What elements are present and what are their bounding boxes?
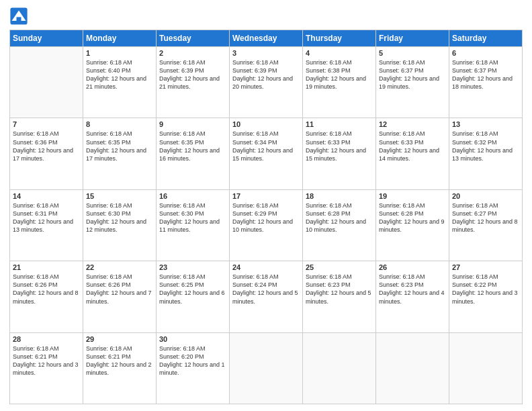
weekday-header-sunday: Sunday [10,30,83,47]
calendar-cell [10,47,83,118]
day-number: 30 [159,335,226,343]
day-info: Sunrise: 6:18 AM Sunset: 6:29 PM Dayligh… [232,201,300,234]
day-number: 12 [379,120,446,128]
calendar-cell: 11 Sunrise: 6:18 AM Sunset: 6:33 PM Dayl… [303,118,376,189]
calendar-cell: 16 Sunrise: 6:18 AM Sunset: 6:30 PM Dayl… [157,189,230,261]
calendar-cell: 8 Sunrise: 6:18 AM Sunset: 6:35 PM Dayli… [83,118,157,189]
calendar-cell: 9 Sunrise: 6:18 AM Sunset: 6:35 PM Dayli… [157,118,230,189]
calendar-cell [303,332,376,404]
day-number: 28 [13,335,80,343]
day-info: Sunrise: 6:18 AM Sunset: 6:35 PM Dayligh… [86,130,153,163]
calendar-cell: 24 Sunrise: 6:18 AM Sunset: 6:24 PM Dayl… [230,261,303,332]
calendar-cell: 1 Sunrise: 6:18 AM Sunset: 6:40 PM Dayli… [83,47,157,118]
day-info: Sunrise: 6:18 AM Sunset: 6:35 PM Dayligh… [159,130,226,163]
calendar-week-3: 14 Sunrise: 6:18 AM Sunset: 6:31 PM Dayl… [10,189,523,261]
header [9,7,523,26]
day-number: 4 [306,49,373,57]
day-number: 13 [452,120,519,128]
day-info: Sunrise: 6:18 AM Sunset: 6:25 PM Dayligh… [159,273,226,306]
day-number: 2 [159,49,226,57]
day-info: Sunrise: 6:18 AM Sunset: 6:33 PM Dayligh… [379,130,446,163]
day-number: 7 [13,120,80,128]
day-number: 25 [306,263,373,271]
day-number: 16 [159,192,226,200]
calendar-cell: 28 Sunrise: 6:18 AM Sunset: 6:21 PM Dayl… [10,332,83,404]
day-info: Sunrise: 6:18 AM Sunset: 6:20 PM Dayligh… [159,345,226,377]
calendar-cell: 26 Sunrise: 6:18 AM Sunset: 6:23 PM Dayl… [376,261,449,332]
day-number: 9 [159,120,226,128]
page: SundayMondayTuesdayWednesdayThursdayFrid… [0,0,532,411]
day-number: 22 [86,263,153,271]
calendar-cell: 18 Sunrise: 6:18 AM Sunset: 6:28 PM Dayl… [303,189,376,261]
day-number: 23 [159,263,226,271]
svg-rect-2 [17,17,21,21]
calendar-week-5: 28 Sunrise: 6:18 AM Sunset: 6:21 PM Dayl… [10,332,523,404]
weekday-header-wednesday: Wednesday [230,30,303,47]
weekday-header-monday: Monday [83,30,157,47]
calendar-cell: 13 Sunrise: 6:18 AM Sunset: 6:32 PM Dayl… [449,118,523,189]
calendar-week-1: 1 Sunrise: 6:18 AM Sunset: 6:40 PM Dayli… [10,47,523,118]
day-number: 26 [379,263,446,271]
day-info: Sunrise: 6:18 AM Sunset: 6:26 PM Dayligh… [86,273,153,306]
calendar-cell: 22 Sunrise: 6:18 AM Sunset: 6:26 PM Dayl… [83,261,157,332]
day-info: Sunrise: 6:18 AM Sunset: 6:40 PM Dayligh… [86,58,153,91]
day-info: Sunrise: 6:18 AM Sunset: 6:28 PM Dayligh… [306,201,373,234]
logo-icon [9,7,28,26]
calendar-cell: 7 Sunrise: 6:18 AM Sunset: 6:36 PM Dayli… [10,118,83,189]
calendar-cell: 19 Sunrise: 6:18 AM Sunset: 6:28 PM Dayl… [376,189,449,261]
calendar-cell: 23 Sunrise: 6:18 AM Sunset: 6:25 PM Dayl… [157,261,230,332]
calendar-cell: 3 Sunrise: 6:18 AM Sunset: 6:39 PM Dayli… [230,47,303,118]
day-number: 3 [232,49,300,57]
day-info: Sunrise: 6:18 AM Sunset: 6:27 PM Dayligh… [452,201,519,234]
calendar-cell: 17 Sunrise: 6:18 AM Sunset: 6:29 PM Dayl… [230,189,303,261]
calendar-cell: 12 Sunrise: 6:18 AM Sunset: 6:33 PM Dayl… [376,118,449,189]
calendar-cell [449,332,523,404]
day-info: Sunrise: 6:18 AM Sunset: 6:26 PM Dayligh… [13,273,80,306]
day-number: 21 [13,263,80,271]
day-info: Sunrise: 6:18 AM Sunset: 6:30 PM Dayligh… [86,201,153,234]
calendar-header-row: SundayMondayTuesdayWednesdayThursdayFrid… [10,30,523,47]
day-info: Sunrise: 6:18 AM Sunset: 6:38 PM Dayligh… [306,58,373,91]
day-number: 15 [86,192,153,200]
weekday-header-friday: Friday [376,30,449,47]
day-number: 1 [86,49,153,57]
day-number: 8 [86,120,153,128]
day-number: 27 [452,263,519,271]
calendar-cell: 10 Sunrise: 6:18 AM Sunset: 6:34 PM Dayl… [230,118,303,189]
weekday-header-saturday: Saturday [449,30,523,47]
day-number: 10 [232,120,300,128]
day-number: 14 [13,192,80,200]
calendar-cell [230,332,303,404]
day-info: Sunrise: 6:18 AM Sunset: 6:23 PM Dayligh… [306,273,373,306]
day-number: 20 [452,192,519,200]
day-info: Sunrise: 6:18 AM Sunset: 6:37 PM Dayligh… [452,58,519,91]
calendar-cell: 21 Sunrise: 6:18 AM Sunset: 6:26 PM Dayl… [10,261,83,332]
day-number: 6 [452,49,519,57]
day-info: Sunrise: 6:18 AM Sunset: 6:22 PM Dayligh… [452,273,519,306]
calendar-cell: 15 Sunrise: 6:18 AM Sunset: 6:30 PM Dayl… [83,189,157,261]
calendar-cell: 5 Sunrise: 6:18 AM Sunset: 6:37 PM Dayli… [376,47,449,118]
calendar-cell: 25 Sunrise: 6:18 AM Sunset: 6:23 PM Dayl… [303,261,376,332]
day-info: Sunrise: 6:18 AM Sunset: 6:24 PM Dayligh… [232,273,300,306]
day-info: Sunrise: 6:18 AM Sunset: 6:33 PM Dayligh… [306,130,373,163]
day-info: Sunrise: 6:18 AM Sunset: 6:39 PM Dayligh… [159,58,226,91]
day-info: Sunrise: 6:18 AM Sunset: 6:23 PM Dayligh… [379,273,446,306]
logo [9,7,31,26]
weekday-header-tuesday: Tuesday [157,30,230,47]
day-number: 18 [306,192,373,200]
day-info: Sunrise: 6:18 AM Sunset: 6:39 PM Dayligh… [232,58,300,91]
calendar-cell: 29 Sunrise: 6:18 AM Sunset: 6:21 PM Dayl… [83,332,157,404]
calendar-cell: 27 Sunrise: 6:18 AM Sunset: 6:22 PM Dayl… [449,261,523,332]
calendar-table: SundayMondayTuesdayWednesdayThursdayFrid… [9,30,523,404]
day-info: Sunrise: 6:18 AM Sunset: 6:21 PM Dayligh… [86,345,153,377]
calendar-cell: 20 Sunrise: 6:18 AM Sunset: 6:27 PM Dayl… [449,189,523,261]
day-number: 24 [232,263,300,271]
day-info: Sunrise: 6:18 AM Sunset: 6:28 PM Dayligh… [379,201,446,234]
day-number: 29 [86,335,153,343]
calendar-cell [376,332,449,404]
day-info: Sunrise: 6:18 AM Sunset: 6:37 PM Dayligh… [379,58,446,91]
day-info: Sunrise: 6:18 AM Sunset: 6:21 PM Dayligh… [13,345,80,377]
calendar-cell: 4 Sunrise: 6:18 AM Sunset: 6:38 PM Dayli… [303,47,376,118]
day-number: 11 [306,120,373,128]
day-info: Sunrise: 6:18 AM Sunset: 6:30 PM Dayligh… [159,201,226,234]
